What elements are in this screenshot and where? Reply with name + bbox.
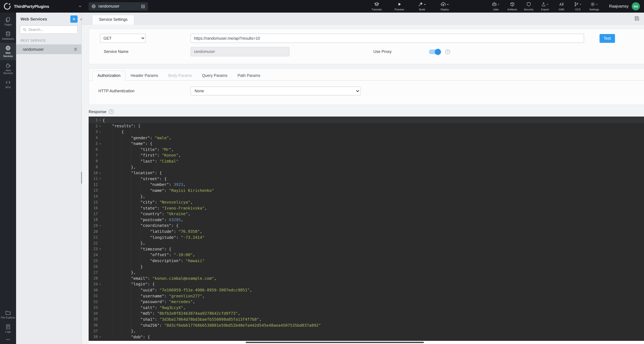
app-tab-randomuser[interactable]: randomuser	[88, 2, 148, 10]
deploy-button[interactable]: Deploy	[438, 2, 451, 11]
editor-line[interactable]: 7 "first": "Konon",	[88, 152, 644, 158]
editor-line[interactable]: 26 }	[88, 264, 644, 270]
project-name[interactable]: ThirdPartyPlugins	[14, 4, 49, 9]
fold-icon[interactable]: ▾	[98, 171, 102, 174]
response-editor[interactable]: 1▾{2▾ "results": [3▾ {4 "gender": "male"…	[88, 117, 644, 341]
editor-line[interactable]: 24 "offset": "-10:00",	[88, 252, 644, 258]
editor-line[interactable]: 19▾ "coordinates": {	[88, 223, 644, 228]
tab-query-params[interactable]: Query Params	[197, 71, 232, 81]
editor-line[interactable]: 12 "number": 3923,	[88, 181, 644, 187]
editor-line[interactable]: 3▾ {	[88, 129, 644, 135]
tutorials-button[interactable]: Tutorials	[370, 2, 383, 11]
editor-line[interactable]: 20 "latitude": "76.9358",	[88, 229, 644, 234]
editor-line[interactable]: 14 },	[88, 193, 644, 199]
fold-icon[interactable]: ▾	[98, 124, 102, 128]
line-number: 23	[88, 247, 98, 251]
editor-line[interactable]: 38▾ "dob": {	[88, 334, 644, 340]
line-number: 29	[88, 282, 98, 286]
editor-line[interactable]: 27 },	[88, 270, 644, 275]
sidebar-item-file-explorer[interactable]: File Explorer	[0, 307, 16, 322]
response-help-icon[interactable]: ?	[109, 109, 114, 114]
sidebar-item-logs[interactable]: Logs	[0, 322, 16, 336]
vcs-button[interactable]: VCS	[571, 2, 584, 11]
test-button[interactable]: Test	[600, 34, 615, 43]
logs-icon	[5, 324, 11, 330]
editor-line[interactable]: 21 "longitude": "-73.2414"	[88, 234, 644, 240]
build-button[interactable]: Build	[415, 2, 428, 11]
fold-icon[interactable]: ▾	[98, 142, 102, 145]
editor-line[interactable]: 31 "username": "greenlion277",	[88, 293, 644, 299]
save-icon[interactable]	[634, 16, 640, 21]
export-label: Export	[541, 8, 549, 11]
search-input[interactable]	[28, 27, 75, 32]
user-menu[interactable]: Raajvamsy RA	[609, 2, 644, 10]
editor-line[interactable]: 35 "sha1": "3d3ba17864d78bd3baefb550098a…	[88, 316, 644, 322]
preview-button[interactable]: Preview	[393, 2, 406, 11]
sidebar-item-pages[interactable]: Pages	[0, 14, 16, 29]
editor-line[interactable]: 2▾ "results": [	[88, 123, 644, 129]
i18n-button[interactable]: I18N	[555, 2, 568, 11]
editor-line[interactable]: 37 },	[88, 328, 644, 334]
avatar[interactable]: RA	[632, 2, 640, 10]
editor-line[interactable]: 22 },	[88, 240, 644, 246]
fold-icon[interactable]: ▾	[98, 224, 102, 227]
editor-line[interactable]: 33 "salt": "9wg3LcyX",	[88, 305, 644, 311]
jobs-button[interactable]: Jobs	[489, 2, 502, 11]
service-item-randomuser[interactable]: randomuser	[16, 44, 81, 54]
code-text: "uuid": "7e166959-f51e-4906-8959-3907edc…	[102, 288, 252, 292]
editor-line[interactable]: 16 "state": "Ivano-Frankivska",	[88, 205, 644, 211]
editor-line[interactable]: 28 "email": "konon.cimbal@example.com",	[88, 275, 644, 281]
chevron-down-icon[interactable]	[78, 4, 82, 8]
fold-icon[interactable]: ▾	[98, 283, 102, 286]
use-proxy-help-icon[interactable]: ?	[445, 49, 450, 54]
delete-service-trash-icon[interactable]	[74, 47, 78, 51]
editor-line[interactable]: 8 "last": "Cimbal"	[88, 158, 644, 164]
sidebar-item-web-services[interactable]: Web Services	[0, 43, 16, 60]
editor-line[interactable]: 5▾ "name": {	[88, 141, 644, 147]
export-button[interactable]: Export	[538, 2, 552, 11]
editor-line[interactable]: 32 "password": "mercedes",	[88, 299, 644, 305]
tab-header-params[interactable]: Header Params	[126, 71, 163, 81]
code-text: "username": "greenlion277",	[102, 293, 204, 298]
more-icon[interactable]: •••	[0, 336, 16, 344]
service-url-input[interactable]	[190, 34, 584, 43]
editor-line[interactable]: 13 "name": "Rayisi Kirichenko"	[88, 187, 644, 193]
editor-line[interactable]: 1▾{	[88, 117, 644, 123]
sidebar-item-java-services[interactable]: Java Services	[0, 60, 16, 77]
fold-icon[interactable]: ▾	[98, 247, 102, 251]
panel-resize-handle[interactable]	[81, 172, 82, 184]
editor-line[interactable]: 29▾ "login": {	[88, 281, 644, 287]
security-button[interactable]: Security	[522, 2, 535, 11]
editor-line[interactable]: 10▾ "location": {	[88, 170, 644, 176]
settings-button[interactable]: Settings	[588, 2, 601, 11]
apps-grid-icon[interactable]	[141, 4, 145, 8]
editor-line[interactable]: 23▾ "timezone": {	[88, 246, 644, 252]
editor-line[interactable]: 25 "description": "Hawaii"	[88, 258, 644, 264]
use-proxy-toggle[interactable]	[429, 49, 440, 54]
fold-icon[interactable]: ▾	[98, 335, 102, 339]
editor-line[interactable]: 34 "md5": "0bfb2e0f82463874aa9278642cfd9…	[88, 311, 644, 316]
editor-line[interactable]: 6 "title": "Mr",	[88, 147, 644, 152]
collapse-panel-icon[interactable]: «	[80, 17, 82, 21]
fold-icon[interactable]: ▾	[98, 119, 102, 122]
tab-authorization[interactable]: Authorization	[92, 71, 126, 81]
tab-service-settings[interactable]: Service Settings	[92, 15, 134, 24]
add-service-button[interactable]	[70, 15, 78, 23]
editor-line[interactable]: 18 "postcode": 63205,	[88, 217, 644, 223]
tab-path-params[interactable]: Path Params	[232, 71, 266, 81]
fold-icon[interactable]: ▾	[98, 177, 102, 180]
editor-line[interactable]: 17 "country": "Ukraine",	[88, 211, 644, 217]
editor-line[interactable]: 30 "uuid": "7e166959-f51e-4906-8959-3907…	[88, 287, 644, 293]
sidebar-item-apis[interactable]: APIs	[0, 77, 16, 91]
http-auth-select[interactable]: None	[190, 87, 360, 95]
editor-line[interactable]: 9 },	[88, 164, 644, 170]
editor-line[interactable]: 15 "city": "Novoselicya",	[88, 199, 644, 205]
fold-icon[interactable]: ▾	[98, 130, 102, 133]
http-method-select[interactable]: GET	[100, 34, 146, 43]
editor-line[interactable]: 11▾ "street": {	[88, 176, 644, 181]
sidebar-item-databases[interactable]: Databases	[0, 29, 16, 43]
service-name-input[interactable]	[190, 47, 290, 56]
editor-line[interactable]: 36 "sha256": "8d3cf6eb617768b6538881e59b…	[88, 322, 644, 328]
editor-line[interactable]: 4 "gender": "male",	[88, 135, 644, 141]
artifacts-button[interactable]: Artifacts	[506, 2, 519, 11]
